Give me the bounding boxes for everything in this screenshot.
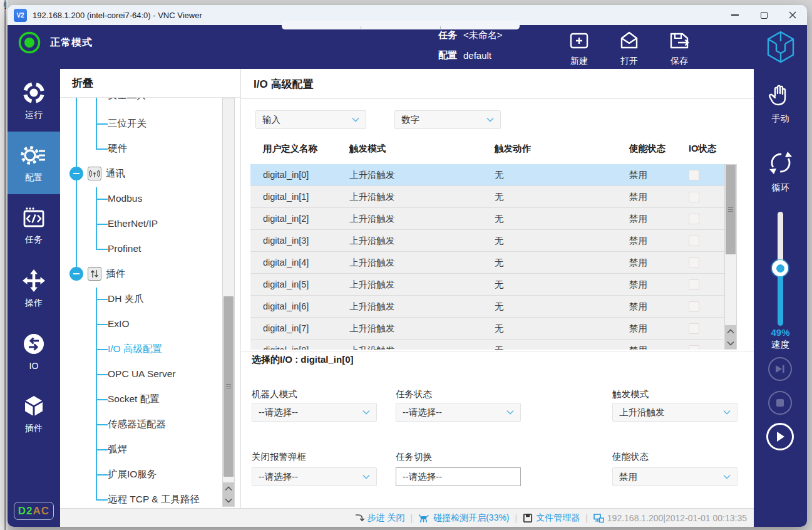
- manual-hand-icon: [767, 83, 794, 108]
- trigger-mode-select[interactable]: 上升沿触发: [612, 403, 737, 422]
- io-state-checkbox[interactable]: [689, 323, 699, 334]
- tree-item-communication[interactable]: 通讯: [69, 161, 125, 186]
- mode-status-icon: [18, 31, 41, 55]
- io-state-checkbox[interactable]: [689, 301, 699, 312]
- io-state-checkbox[interactable]: [689, 257, 699, 268]
- sidebar-item-plugin[interactable]: 插件: [8, 382, 60, 445]
- close-button[interactable]: [778, 5, 807, 25]
- tree-item-modbus[interactable]: Modbus: [108, 186, 142, 211]
- tree-item-opc-ua-server[interactable]: OPC UA Server: [108, 361, 176, 387]
- collapse-minus-icon[interactable]: [69, 167, 83, 180]
- chevron-down-icon: [506, 410, 514, 415]
- save-icon: [669, 30, 690, 51]
- tree-item-ethernet-ip[interactable]: EtherNet/IP: [108, 211, 158, 236]
- io-state-checkbox[interactable]: [689, 236, 699, 246]
- chevron-down-icon: [723, 474, 731, 479]
- tree-item-socket-config[interactable]: Socket 配置: [108, 387, 160, 412]
- separator: |: [515, 513, 518, 523]
- background-window-text: 刂: [0, 0, 8, 11]
- file-manager-button[interactable]: 文件管理器: [523, 512, 580, 524]
- vnc-toolbar-tab[interactable]: [282, 21, 520, 29]
- mode-label: 正常模式: [50, 36, 93, 49]
- task-code-icon: [21, 206, 46, 230]
- io-state-checkbox[interactable]: [689, 170, 699, 180]
- io-state-checkbox[interactable]: [689, 192, 699, 202]
- table-row[interactable]: digital_in[8]上升沿触发无禁用: [250, 340, 724, 350]
- sidebar-item-task[interactable]: 任务: [8, 194, 60, 257]
- task-switch-input[interactable]: [396, 467, 521, 486]
- speed-slider-thumb[interactable]: [772, 260, 788, 276]
- tree-connector: [96, 288, 97, 499]
- d2ac-badge[interactable]: D2AC: [14, 502, 54, 520]
- table-row[interactable]: digital_in[7]上升沿触发无禁用: [250, 318, 724, 340]
- table-scroll-up-button[interactable]: [725, 325, 736, 337]
- tree-connector: [96, 187, 97, 249]
- tree-item-profinet[interactable]: Profinet: [108, 236, 141, 261]
- tree-item-arc-welding[interactable]: 弧焊: [108, 437, 127, 462]
- stop-button[interactable]: [768, 391, 792, 415]
- table-row[interactable]: digital_in[3]上升沿触发无禁用: [250, 230, 724, 252]
- config-value: default: [463, 50, 491, 61]
- io-direction-select[interactable]: 输入: [255, 110, 366, 129]
- maximize-button[interactable]: [749, 5, 778, 25]
- table-scrollbar-thumb[interactable]: [726, 165, 736, 254]
- app-header: 正常模式 任务<未命名> 配置default 新建 打开: [8, 25, 807, 69]
- sidebar-item-run[interactable]: 运行: [8, 69, 60, 132]
- task-state-select[interactable]: --请选择--: [396, 403, 521, 422]
- robot-mode-select[interactable]: --请选择--: [252, 403, 377, 422]
- io-state-checkbox[interactable]: [689, 345, 699, 350]
- page-title: I/O 高级配置: [254, 77, 313, 91]
- enable-state-select[interactable]: 禁用: [612, 467, 737, 486]
- chevron-down-icon: [727, 341, 734, 346]
- window-title: 192.168.1.200 (intel-corei7-64:0) - VNC …: [33, 11, 202, 20]
- table-row[interactable]: digital_in[2]上升沿触发无禁用: [250, 208, 724, 230]
- table-scrollbar[interactable]: [724, 164, 737, 350]
- manual-mode-button[interactable]: 手动: [754, 83, 807, 125]
- close-alarm-select[interactable]: --请选择--: [252, 467, 377, 486]
- sidebar-item-operate[interactable]: 操作: [8, 257, 60, 320]
- minimize-button[interactable]: [721, 5, 749, 25]
- table-row[interactable]: digital_in[1]上升沿触发无禁用: [250, 186, 724, 208]
- loop-mode-button[interactable]: 循环: [754, 149, 807, 194]
- tree-item-io-advanced-config[interactable]: I/O 高级配置: [108, 336, 162, 361]
- play-button[interactable]: [766, 423, 794, 450]
- io-table: digital_in[0]上升沿触发无禁用 digital_in[1]上升沿触发…: [250, 164, 724, 350]
- open-icon: [619, 30, 640, 51]
- step-forward-button[interactable]: [768, 357, 792, 381]
- collapse-minus-icon[interactable]: [69, 267, 83, 281]
- tree-item-extended-io-service[interactable]: 扩展IO服务: [108, 462, 157, 487]
- tree-item-plugins[interactable]: 插件: [69, 261, 125, 286]
- open-button[interactable]: 打开: [609, 30, 649, 67]
- tree-item-dh-gripper[interactable]: DH 夹爪: [108, 286, 144, 311]
- io-type-select[interactable]: 数字: [394, 110, 501, 129]
- plugin-sliders-icon: [88, 267, 101, 281]
- tree-scrollbar-thumb[interactable]: [224, 296, 234, 477]
- new-button[interactable]: 新建: [559, 30, 599, 67]
- separator: |: [585, 513, 588, 523]
- table-row[interactable]: digital_in[5]上升沿触发无禁用: [250, 274, 724, 296]
- table-row[interactable]: digital_in[6]上升沿触发无禁用: [250, 296, 724, 318]
- table-row[interactable]: digital_in[0]上升沿触发无禁用: [250, 164, 724, 186]
- table-row[interactable]: digital_in[4]上升沿触发无禁用: [250, 252, 724, 274]
- step-mode-status[interactable]: 步进 关闭: [354, 512, 405, 524]
- sidebar-item-io[interactable]: IO: [8, 320, 60, 382]
- tree-scroll-up-button[interactable]: [223, 482, 234, 494]
- collision-detection-status[interactable]: 碰撞检测开启(33%): [418, 512, 509, 524]
- io-state-checkbox[interactable]: [689, 279, 699, 290]
- tree-scrollbar[interactable]: [222, 98, 235, 507]
- tree-item-safety-tool[interactable]: 安全工具: [108, 98, 146, 108]
- tree-item-hardware[interactable]: 硬件: [108, 136, 127, 161]
- save-button[interactable]: 保存: [659, 30, 699, 67]
- sidebar-item-config[interactable]: 配置: [8, 132, 60, 194]
- tree-item-remote-tcp-tool-path[interactable]: 远程 TCP & 工具路径: [108, 487, 200, 508]
- tree-collapse-header[interactable]: 折叠: [72, 76, 93, 90]
- io-state-checkbox[interactable]: [689, 214, 699, 224]
- tree-scroll-down-button[interactable]: [223, 494, 234, 506]
- tree-item-exio[interactable]: ExIO: [108, 311, 129, 336]
- table-scroll-down-button[interactable]: [725, 337, 736, 349]
- chevron-up-icon: [225, 486, 232, 491]
- tree-item-sensor-adapter[interactable]: 传感器适配器: [108, 412, 166, 437]
- status-bar: 步进 关闭 | 碰撞检测开启(33%) | 文件管理器: [60, 508, 754, 527]
- tree-item-three-position-switch[interactable]: 三位开关: [108, 111, 146, 136]
- speed-slider-track-lower[interactable]: [778, 268, 783, 326]
